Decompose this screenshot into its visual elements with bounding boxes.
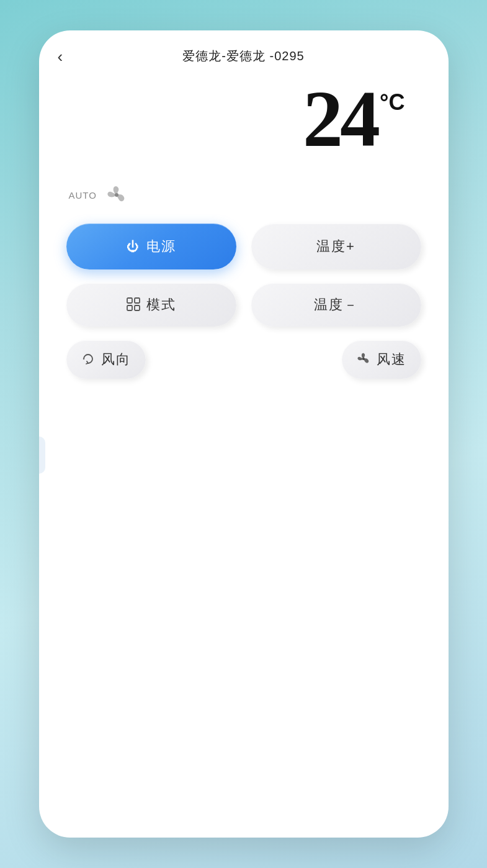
power-label: 电源 (146, 237, 176, 256)
temp-minus-button[interactable]: 温度－ (251, 283, 421, 327)
svg-point-0 (115, 193, 118, 197)
svg-rect-2 (135, 298, 140, 303)
svg-rect-1 (127, 298, 132, 303)
svg-point-5 (83, 358, 84, 359)
auto-label: AUTO (69, 190, 97, 201)
mode-row: AUTO (64, 184, 424, 206)
power-button[interactable]: ⏻ 电源 (66, 224, 236, 269)
temperature-area: 24 °C (64, 78, 424, 178)
temperature-unit: °C (380, 89, 404, 115)
temp-minus-label: 温度－ (314, 296, 359, 314)
temperature-value: 24 (303, 78, 377, 159)
wind-direction-button[interactable]: 风向 (66, 340, 146, 379)
mode-label: 模式 (146, 296, 176, 314)
svg-rect-3 (127, 305, 132, 310)
svg-rect-4 (135, 305, 140, 310)
temp-plus-button[interactable]: 温度+ (251, 224, 421, 269)
wind-speed-button[interactable]: 风速 (342, 340, 421, 379)
phone-frame: ‹ 爱德龙-爱德龙 -0295 24 °C AUTO (39, 30, 449, 838)
side-decoration (39, 436, 45, 474)
fan-swirl-icon (105, 184, 128, 206)
header: ‹ 爱德龙-爱德龙 -0295 (39, 30, 449, 72)
power-icon: ⏻ (127, 240, 140, 253)
main-content: 24 °C AUTO ⏻ 电源 (39, 72, 449, 838)
wind-speed-icon (357, 352, 370, 368)
back-button[interactable]: ‹ (58, 48, 63, 65)
wind-speed-label: 风速 (377, 350, 406, 369)
temp-plus-label: 温度+ (316, 237, 355, 256)
page-title: 爱德龙-爱德龙 -0295 (182, 48, 304, 65)
buttons-grid: ⏻ 电源 温度+ 模式 (64, 224, 424, 379)
mode-button[interactable]: 模式 (66, 283, 236, 327)
wind-direction-icon (81, 352, 95, 368)
svg-point-6 (362, 358, 365, 360)
wind-direction-label: 风向 (101, 350, 131, 369)
mode-icon (127, 297, 140, 313)
